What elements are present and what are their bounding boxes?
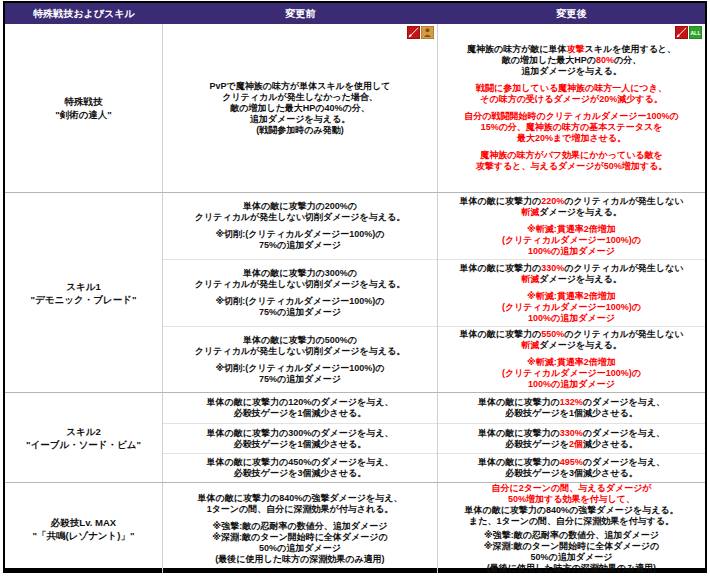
plain-text: ※強撃:敵の忍耐率の数値分、追加ダメージ — [213, 521, 388, 531]
text-line: 自分に2ターンの間、与えるダメージが — [491, 483, 651, 494]
plain-text: 単体の敵に攻撃力の450%のダメージを与え、 — [207, 457, 394, 467]
before-cell-skill1-2: 単体の敵に攻撃力の500%のクリティカルが発生しない切削ダメージを与える。※切削… — [163, 326, 437, 392]
highlighted-text: 100%の追加ダメージ — [528, 246, 615, 256]
skill-title-skill2: スキル2"イーブル・ソード・ビム" — [5, 393, 163, 482]
highlighted-text: 330% — [541, 263, 564, 273]
text-line: (クリティカルダメージー100%)の — [502, 235, 641, 246]
header-before-column: 変更前 — [163, 7, 438, 21]
text-line: 攻撃すると、与えるダメージが50%増加する。 — [476, 161, 667, 172]
skill-change-table: 特殊戦技およびスキル 変更前 変更後 特殊戦技"剣術の達人"PvPで魔神族の味方… — [3, 1, 707, 573]
text-line: 100%の追加ダメージ — [528, 246, 615, 257]
plain-text: 敵の増加した最大HPの40%の分、 — [230, 103, 370, 113]
text-line: 単体の敵に攻撃力の840%の強撃ダメージを与え、 — [198, 493, 403, 504]
text-line: (クリティカルダメージー100%)の — [502, 302, 641, 313]
plain-text: ダメージを与える。 — [539, 207, 621, 217]
highlighted-text: ※斬滅:貫通率2倍増加 — [527, 291, 616, 301]
before-cell-skill2-1: 単体の敵に攻撃力の300%のダメージを与え、必殺技ゲージを1個減少させる。 — [163, 423, 437, 453]
skill-title-ultimate: 必殺技Lv. MAX"「共鳴(レゾナント)」" — [5, 483, 163, 573]
skill-title-line: スキル1 — [66, 280, 100, 293]
text-line: 必殺技ゲージを1個減少させる。 — [234, 439, 366, 450]
highlighted-text: 魔神族の味方がバフ効果にかかっている敵を — [480, 150, 663, 160]
highlighted-text: 最大20%まで増加させる。 — [517, 133, 626, 143]
text-line: 75%の追加ダメージ — [259, 374, 341, 385]
svg-text:ALL: ALL — [690, 30, 701, 36]
table-row-skill1: スキル1"デモニック・ブレード"単体の敵に攻撃力の200%のクリティカルが発生し… — [5, 192, 705, 392]
plain-text: 単体の敵に攻撃力の — [460, 196, 542, 206]
before-cell-skill1-0: 単体の敵に攻撃力の200%のクリティカルが発生しない切削ダメージを与える。※切削… — [163, 193, 437, 259]
after-column-special-art: 魔神族の味方が敵に単体攻撃スキルを使用すると、敵の増加した最大HPの80%の分、… — [438, 24, 705, 192]
before-cell-skill1-1: 単体の敵に攻撃力の300%のクリティカルが発生しない切削ダメージを与える。※切削… — [163, 259, 437, 326]
highlighted-text: 自分の戦闘開始時のクリティカルダメージー100%の — [464, 111, 679, 121]
text-line: 75%の追加ダメージ — [259, 307, 341, 318]
text-line: 必殺技ゲージを3個減少させる。 — [505, 468, 637, 479]
text-line: ※切削:(クリティカルダメージー100%)の — [216, 363, 385, 374]
text-line: 単体の敵に攻撃力の200%の — [243, 201, 357, 212]
plain-text: の分、 — [614, 55, 641, 65]
text-line: クリティカルが発生しない切削ダメージを与える。 — [195, 212, 405, 223]
plain-text: のダメージを与え、 — [583, 397, 665, 407]
skill-title-line: 必殺技Lv. MAX — [51, 516, 116, 529]
highlighted-text: その味方の受けるダメージが20%減少する。 — [480, 94, 662, 104]
plain-text: 減少させる。 — [583, 439, 638, 449]
plain-text: 単体の敵に攻撃力の300%のダメージを与え、 — [207, 428, 394, 438]
text-line: 単体の敵に攻撃力の500%の — [243, 335, 357, 346]
plain-text: クリティカルが発生しない切削ダメージを与える。 — [195, 279, 405, 289]
plain-text: ダメージを与える。 — [539, 274, 621, 284]
text-line: 単体の敵に攻撃力の495%のダメージを与え、 — [478, 457, 665, 468]
plain-text: ※深淵:敵のターン開始時に全体ダメージの — [484, 541, 659, 551]
sword-icon — [407, 26, 420, 39]
plain-text: 75%の追加ダメージ — [259, 240, 341, 250]
plain-text: 魔神族の味方が敵に単体 — [467, 44, 567, 54]
after-column-skill1: 単体の敵に攻撃力の220%のクリティカルが発生しない斬滅ダメージを与える。※斬滅… — [438, 193, 705, 392]
skill-title-line: "「共鳴(レゾナント)」" — [33, 529, 135, 542]
header-skill-column: 特殊戦技およびスキル — [5, 7, 163, 21]
table-header: 特殊戦技およびスキル 変更前 変更後 — [5, 3, 705, 24]
highlighted-text: 330% — [560, 428, 583, 438]
text-line: 100%の追加ダメージ — [528, 313, 615, 324]
text-line: 斬滅ダメージを与える。 — [521, 340, 621, 351]
text-line: 必殺技ゲージを1個減少させる。 — [505, 408, 637, 419]
plain-text: 単体の敵に攻撃力の120%のダメージを与え、 — [207, 397, 394, 407]
plain-text: 単体の敵に攻撃力の500%の — [243, 335, 357, 345]
text-line: (クリティカルダメージー100%)の — [502, 368, 641, 379]
text-line: 15%の分、魔神族の味方の基本ステータスを — [481, 122, 663, 133]
highlighted-text: 攻撃 — [567, 44, 585, 54]
plain-text: 単体の敵に攻撃力の300%の — [243, 268, 357, 278]
highlighted-text: ※斬滅:貫通率2倍増加 — [527, 357, 616, 367]
text-line: 単体の敵に攻撃力の132%のダメージを与え、 — [478, 397, 665, 408]
plain-text: 50%の追加ダメージ — [531, 552, 613, 562]
cell-icons: ALL — [675, 26, 702, 39]
plain-text: スキルを使用すると、 — [585, 44, 676, 54]
text-line: 必殺技ゲージを2個減少させる。 — [505, 439, 637, 450]
text-line: 魔神族の味方が敵に単体攻撃スキルを使用すると、 — [467, 44, 676, 55]
highlighted-text: (クリティカルダメージー100%)の — [502, 235, 641, 245]
text-line: ※切削:(クリティカルダメージー100%)の — [216, 296, 385, 307]
highlighted-text: 斬滅 — [521, 340, 539, 350]
text-line: 単体の敵に攻撃力の120%のダメージを与え、 — [207, 397, 394, 408]
highlighted-text: 220% — [541, 196, 564, 206]
highlighted-text: 50%増加する効果を付与して、 — [508, 494, 635, 504]
highlighted-text: 100%の追加ダメージ — [528, 379, 615, 389]
plain-text: のクリティカルが発生しない — [564, 196, 683, 206]
highlighted-text: 自分に2ターンの間、与えるダメージが — [491, 483, 651, 493]
highlighted-text: 攻撃すると、与えるダメージが50%増加する。 — [476, 161, 667, 171]
before-cell-special-art-0: PvPで魔神族の味方が単体スキルを使用してクリティカルが発生しなかった場合、敵の… — [163, 24, 437, 192]
text-line: 単体の敵に攻撃力の550%のクリティカルが発生しない — [460, 329, 684, 340]
highlighted-text: ※斬滅:貫通率2倍増加 — [527, 224, 616, 234]
text-line: ※斬滅:貫通率2倍増加 — [527, 357, 616, 368]
skill-title-line: スキル2 — [66, 425, 100, 438]
after-cell-skill2-0: 単体の敵に攻撃力の132%のダメージを与え、必殺技ゲージを1個減少させる。 — [438, 393, 705, 423]
table-row-special-art: 特殊戦技"剣術の達人"PvPで魔神族の味方が単体スキルを使用してクリティカルが発… — [5, 24, 705, 192]
text-line: クリティカルが発生しなかった場合、 — [222, 92, 378, 103]
table-body: 特殊戦技"剣術の達人"PvPで魔神族の味方が単体スキルを使用してクリティカルが発… — [5, 24, 705, 573]
text-line: その味方の受けるダメージが20%減少する。 — [480, 94, 662, 105]
skill-title-special-art: 特殊戦技"剣術の達人" — [5, 24, 163, 192]
highlighted-text: (クリティカルダメージー100%)の — [502, 302, 641, 312]
plain-text: ※切削:(クリティカルダメージー100%)の — [216, 229, 385, 239]
skill-title-skill1: スキル1"デモニック・ブレード" — [5, 193, 163, 392]
plain-text: 必殺技ゲージを3個減少させる。 — [505, 468, 637, 478]
plain-text: 単体の敵に攻撃力の — [478, 397, 560, 407]
text-line: 50%の追加ダメージ — [259, 543, 341, 554]
after-cell-skill2-2: 単体の敵に攻撃力の495%のダメージを与え、必殺技ゲージを3個減少させる。 — [438, 453, 705, 482]
text-line: 最大20%まで増加させる。 — [517, 133, 626, 144]
